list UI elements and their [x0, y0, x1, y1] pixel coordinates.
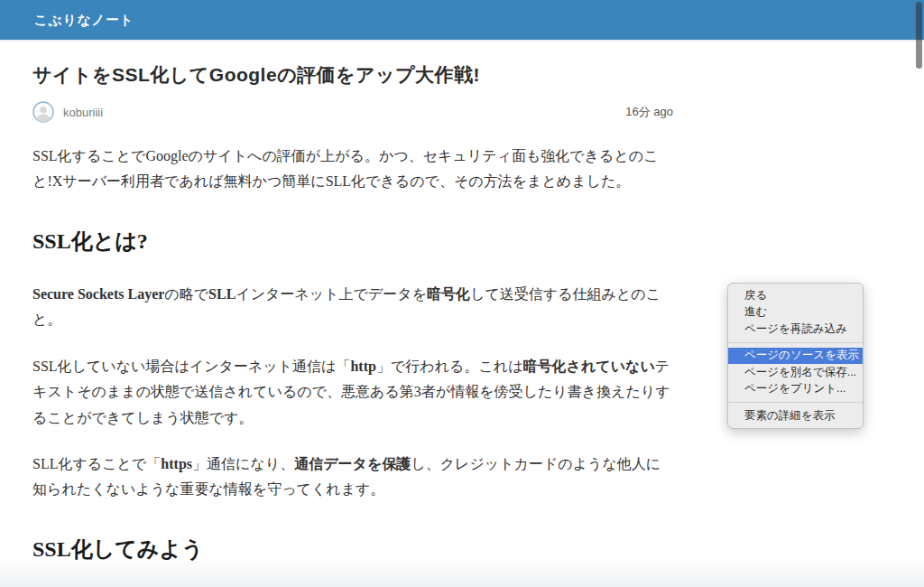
- menu-item[interactable]: 戻る: [728, 287, 863, 304]
- menu-separator: [728, 342, 863, 343]
- menu-item[interactable]: 要素の詳細を表示: [728, 407, 863, 424]
- article: サイトをSSL化してGoogleの評価をアップ大作戦! koburiiii 16…: [0, 62, 673, 587]
- site-header: こぶりなノート: [0, 0, 924, 42]
- paragraph: SSL化していない場合はインターネット通信は「http」で行われる。これは暗号化…: [32, 354, 675, 431]
- paragraph: SSL化することでGoogleのサイトへの評価が上がる。かつ、セキュリティ面も強…: [32, 144, 675, 195]
- menu-item[interactable]: ページのソースを表示: [728, 348, 863, 365]
- avatar[interactable]: [32, 101, 54, 123]
- post-timestamp: 16分 ago: [625, 104, 673, 120]
- menu-item[interactable]: 進む: [728, 304, 863, 321]
- author-name[interactable]: koburiiii: [63, 106, 103, 119]
- author-row: koburiiii 16分 ago: [32, 101, 673, 123]
- paragraph: Secure Sockets Layerの略でSLLインターネット上でデータを暗…: [32, 282, 675, 333]
- context-menu: 戻る進むページを再読み込みページのソースを表示ページを別名で保存...ページをプ…: [727, 283, 864, 429]
- paragraph: SLL化することで「https」通信になり、通信データを保護し、クレジットカード…: [32, 452, 675, 503]
- section-heading: SSL化とは?: [32, 222, 675, 261]
- article-title: サイトをSSL化してGoogleの評価をアップ大作戦!: [32, 62, 673, 88]
- site-title[interactable]: こぶりなノート: [34, 12, 134, 29]
- article-body: SSL化することでGoogleのサイトへの評価が上がる。かつ、セキュリティ面も強…: [32, 144, 675, 587]
- menu-item[interactable]: ページをプリント...: [728, 381, 863, 398]
- menu-item[interactable]: ページを再読み込み: [728, 321, 863, 338]
- scrollbar-thumb[interactable]: [916, 2, 922, 69]
- menu-separator: [728, 402, 863, 403]
- menu-item[interactable]: ページを別名で保存...: [728, 364, 863, 381]
- section-heading: SSL化してみよう: [32, 530, 675, 569]
